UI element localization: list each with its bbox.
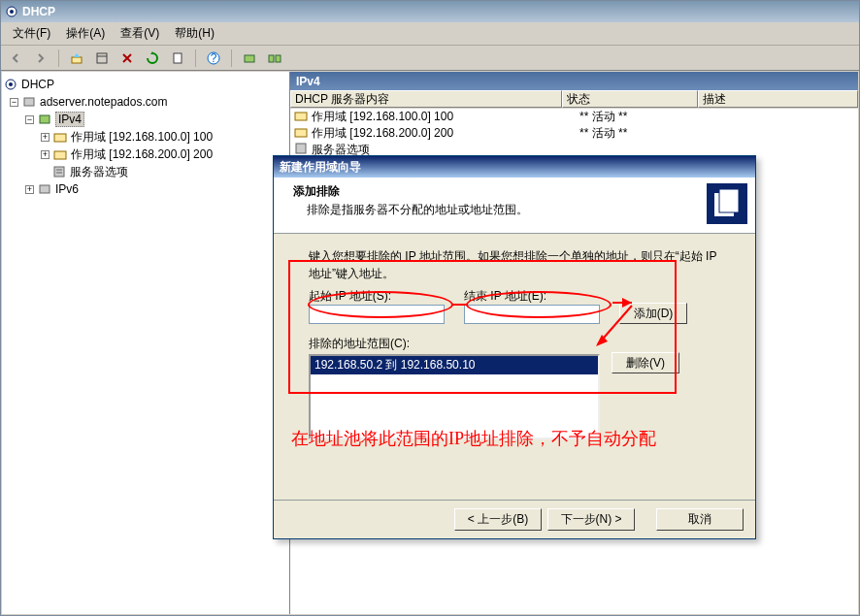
content-header: IPv4: [290, 72, 858, 90]
svg-rect-20: [40, 185, 50, 193]
tree-server-options[interactable]: 服务器选项: [4, 163, 287, 180]
wizard-header-sub: 排除是指服务器不分配的地址或地址范围。: [307, 202, 528, 218]
exclusions-label: 排除的地址范围(C):: [309, 337, 410, 350]
tree-label: adserver.notepados.com: [40, 95, 167, 109]
folder-icon: [294, 125, 308, 142]
exclusions-listbox[interactable]: 192.168.50.2 到 192.168.50.10: [309, 354, 600, 439]
toolbar-delete-icon[interactable]: [116, 49, 138, 68]
svg-rect-16: [54, 151, 66, 159]
svg-rect-5: [174, 53, 182, 63]
tree-label: DHCP: [21, 78, 54, 91]
svg-point-12: [9, 82, 13, 86]
expand-icon[interactable]: +: [41, 150, 50, 159]
toolbar-back-icon[interactable]: [5, 49, 26, 68]
add-button[interactable]: 添加(D): [619, 303, 687, 324]
toolbar: ?: [1, 46, 859, 71]
list-item[interactable]: 作用域 [192.168.200.0] 200 ** 活动 **: [290, 125, 858, 142]
tree-server[interactable]: − adserver.notepados.com: [4, 93, 287, 111]
collapse-icon[interactable]: −: [25, 115, 34, 124]
toolbar-export-icon[interactable]: [167, 49, 188, 68]
window-title: DHCP: [22, 5, 55, 18]
folder-icon: [53, 147, 67, 161]
collapse-icon[interactable]: −: [10, 98, 18, 107]
wizard-footer: < 上一步(B) 下一步(N) > 取消: [274, 500, 755, 538]
tree-label: IPv4: [55, 112, 84, 127]
wizard-dialog: 新建作用域向导 添加排除 排除是指服务器不分配的地址或地址范围。 键入您想要排除…: [273, 155, 756, 539]
menu-file[interactable]: 文件(F): [5, 23, 58, 44]
svg-rect-10: [276, 55, 281, 62]
col-header-name[interactable]: DHCP 服务器内容: [290, 90, 562, 108]
list-item[interactable]: 作用域 [192.168.100.0] 100 ** 活动 **: [290, 109, 858, 125]
menu-action[interactable]: 操作(A): [58, 23, 113, 44]
ipv4-icon: [38, 113, 51, 126]
svg-rect-21: [295, 113, 307, 120]
expand-icon[interactable]: +: [41, 133, 50, 142]
cancel-button[interactable]: 取消: [656, 508, 744, 531]
svg-rect-23: [296, 144, 306, 153]
dhcp-app-icon: [4, 78, 17, 91]
svg-rect-3: [97, 53, 107, 63]
ipv6-icon: [38, 182, 51, 196]
toolbar-separator: [231, 49, 232, 67]
svg-rect-13: [24, 98, 34, 106]
end-ip-input[interactable]: [464, 305, 600, 324]
svg-rect-15: [54, 134, 66, 142]
menu-view[interactable]: 查看(V): [113, 23, 167, 44]
window-titlebar: DHCP: [1, 1, 859, 22]
svg-rect-25: [719, 189, 739, 212]
col-header-desc[interactable]: 描述: [698, 90, 858, 108]
column-headers: DHCP 服务器内容 状态 描述: [290, 90, 858, 109]
tree-label: 服务器选项: [70, 164, 128, 180]
menu-help[interactable]: 帮助(H): [167, 23, 222, 44]
svg-text:?: ?: [211, 51, 217, 65]
toolbar-add-scope-icon[interactable]: [264, 49, 285, 68]
wizard-page-icon: [707, 183, 747, 224]
wizard-titlebar[interactable]: 新建作用域向导: [274, 156, 755, 178]
wizard-instruction: 键入您想要排除的 IP 地址范围。如果您想排除一个单独的地址，则只在“起始 IP…: [309, 247, 726, 282]
tree-ipv4[interactable]: − IPv4: [4, 111, 287, 128]
tree-scope-100[interactable]: + 作用域 [192.168.100.0] 100: [4, 128, 287, 146]
toolbar-up-icon[interactable]: [66, 49, 87, 68]
tree-ipv6[interactable]: + IPv6: [4, 180, 287, 198]
next-button[interactable]: 下一步(N) >: [547, 508, 635, 531]
wizard-header-title: 添加排除: [293, 183, 528, 200]
menu-bar: 文件(F) 操作(A) 查看(V) 帮助(H): [1, 22, 859, 46]
wizard-header: 添加排除 排除是指服务器不分配的地址或地址范围。: [274, 178, 755, 234]
toolbar-forward-icon[interactable]: [30, 49, 51, 68]
tree-dhcp-root[interactable]: DHCP: [4, 76, 287, 93]
tree-pane[interactable]: DHCP − adserver.notepados.com − IPv4 + 作…: [2, 72, 290, 614]
toolbar-separator: [195, 49, 196, 67]
svg-rect-22: [295, 129, 307, 137]
svg-rect-9: [269, 55, 274, 62]
folder-icon: [53, 130, 67, 144]
cell-name: 作用域 [192.168.200.0] 200: [312, 125, 576, 142]
toolbar-show-hide-icon[interactable]: [91, 49, 113, 68]
wizard-body: 键入您想要排除的 IP 地址范围。如果您想排除一个单独的地址，则只在“起始 IP…: [274, 234, 755, 501]
svg-rect-8: [245, 55, 254, 62]
expand-icon[interactable]: +: [25, 185, 34, 194]
start-ip-input[interactable]: [309, 305, 445, 324]
server-icon: [22, 95, 36, 109]
tree-label: 作用域 [192.168.100.0] 100: [71, 129, 213, 146]
svg-rect-17: [54, 167, 64, 177]
toolbar-refresh-icon[interactable]: [142, 49, 163, 68]
toolbar-manage-icon[interactable]: [239, 49, 260, 68]
remove-button[interactable]: 删除(V): [612, 352, 679, 373]
back-button[interactable]: < 上一步(B): [454, 508, 542, 531]
exclusion-item[interactable]: 192.168.50.2 到 192.168.50.10: [311, 356, 598, 374]
tree-scope-200[interactable]: + 作用域 [192.168.200.0] 200: [4, 146, 287, 163]
cell-status: ** 活动 **: [579, 109, 715, 125]
dhcp-app-icon: [5, 5, 18, 18]
cell-status: ** 活动 **: [579, 125, 715, 142]
options-icon: [52, 165, 66, 178]
svg-rect-14: [40, 115, 50, 123]
svg-point-1: [10, 10, 14, 14]
cell-name: 作用域 [192.168.100.0] 100: [312, 109, 576, 125]
tree-label: 作用域 [192.168.200.0] 200: [71, 146, 213, 163]
toolbar-help-icon[interactable]: ?: [203, 49, 224, 68]
toolbar-separator: [58, 49, 59, 67]
col-header-status[interactable]: 状态: [562, 90, 698, 108]
svg-rect-2: [72, 57, 82, 63]
tree-label: IPv6: [55, 182, 79, 196]
folder-icon: [294, 109, 308, 125]
